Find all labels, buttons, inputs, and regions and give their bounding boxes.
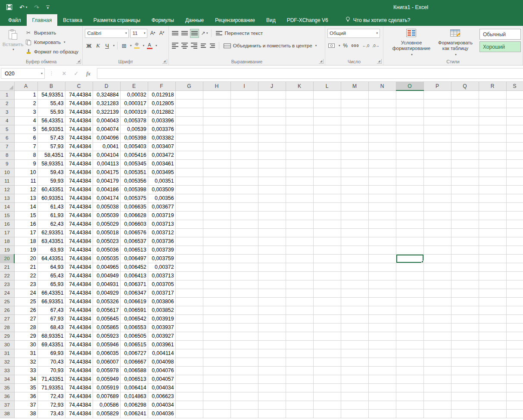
wrap-text-button[interactable]: Перенести текст <box>214 28 265 38</box>
cell-J19[interactable] <box>258 246 286 254</box>
cell-F20[interactable]: 0,003759 <box>148 254 175 263</box>
cell-J34[interactable] <box>258 375 286 383</box>
cell-N38[interactable] <box>368 409 396 418</box>
increase-font-size-icon[interactable]: А▴ <box>149 29 156 38</box>
cell-R17[interactable] <box>479 228 506 237</box>
cell-R1[interactable] <box>479 90 506 99</box>
enter-icon[interactable]: ✓ <box>70 70 82 77</box>
cell-R23[interactable] <box>479 280 506 289</box>
cell-F36[interactable]: 0,006623 <box>148 392 175 401</box>
cell-G9[interactable] <box>175 159 203 168</box>
cell-P11[interactable] <box>423 177 451 185</box>
cell-O28[interactable] <box>396 323 423 332</box>
cell-C35[interactable]: 74,44384 <box>65 383 93 392</box>
cell-B12[interactable]: 60,43351 <box>37 185 65 194</box>
align-bottom-icon[interactable] <box>190 29 199 38</box>
cell-P29[interactable] <box>423 332 451 340</box>
cell-B19[interactable]: 63,93 <box>37 246 65 254</box>
cell-G14[interactable] <box>175 202 203 211</box>
cell-E25[interactable]: 0,006619 <box>120 297 148 306</box>
cell-J23[interactable] <box>258 280 286 289</box>
cell-L9[interactable] <box>313 159 341 168</box>
cell-N34[interactable] <box>368 375 396 383</box>
row-header-27[interactable]: 27 <box>0 314 14 323</box>
cell-C16[interactable]: 74,44384 <box>65 220 93 228</box>
cell-Q34[interactable] <box>451 375 479 383</box>
cell-S26[interactable] <box>506 306 523 314</box>
cell-J16[interactable] <box>258 220 286 228</box>
column-header-J[interactable]: J <box>258 82 286 90</box>
cell-Q22[interactable] <box>451 271 479 280</box>
align-left-icon[interactable] <box>171 41 179 50</box>
cell-A17[interactable]: 17 <box>14 228 37 237</box>
cell-N35[interactable] <box>368 383 396 392</box>
cell-B1[interactable]: 54,93351 <box>37 90 65 99</box>
cell-E33[interactable]: 0,006588 <box>120 366 148 375</box>
cell-S5[interactable] <box>506 125 523 134</box>
cell-B28[interactable]: 68,43 <box>37 323 65 332</box>
cell-M2[interactable] <box>341 99 368 108</box>
cell-B7[interactable]: 57,93 <box>37 142 65 151</box>
cell-N33[interactable] <box>368 366 396 375</box>
cell-J3[interactable] <box>258 108 286 116</box>
cell-N7[interactable] <box>368 142 396 151</box>
cell-I35[interactable] <box>230 383 258 392</box>
cell-S33[interactable] <box>506 366 523 375</box>
row-header-21[interactable]: 21 <box>0 263 14 271</box>
row-header-32[interactable]: 32 <box>0 358 14 366</box>
cell-I28[interactable] <box>230 323 258 332</box>
cell-N12[interactable] <box>368 185 396 194</box>
cell-A31[interactable]: 31 <box>14 349 37 358</box>
cell-H6[interactable] <box>203 134 230 142</box>
cell-A2[interactable]: 2 <box>14 99 37 108</box>
cell-J9[interactable] <box>258 159 286 168</box>
cell-M26[interactable] <box>341 306 368 314</box>
cell-K13[interactable] <box>286 194 313 202</box>
cell-D31[interactable]: 0,006035 <box>93 349 120 358</box>
cell-N27[interactable] <box>368 314 396 323</box>
cell-K32[interactable] <box>286 358 313 366</box>
cell-B20[interactable]: 64,43351 <box>37 254 65 263</box>
cell-L31[interactable] <box>313 349 341 358</box>
cell-L5[interactable] <box>313 125 341 134</box>
copy-button[interactable]: Копировать ▾ <box>24 37 80 47</box>
cell-H35[interactable] <box>203 383 230 392</box>
cell-F38[interactable]: 0,004036 <box>148 409 175 418</box>
cell-J13[interactable] <box>258 194 286 202</box>
cell-G36[interactable] <box>175 392 203 401</box>
cell-O11[interactable] <box>396 177 423 185</box>
cell-I2[interactable] <box>230 99 258 108</box>
cell-N20[interactable] <box>368 254 396 263</box>
cell-G7[interactable] <box>175 142 203 151</box>
cell-R12[interactable] <box>479 185 506 194</box>
cell-M25[interactable] <box>341 297 368 306</box>
cell-E29[interactable]: 0,006505 <box>120 332 148 340</box>
cell-A30[interactable]: 30 <box>14 340 37 349</box>
cell-F21[interactable]: 0,00372 <box>148 263 175 271</box>
cell-J26[interactable] <box>258 306 286 314</box>
qat-customize-icon[interactable]: ▾ <box>46 6 50 9</box>
cell-P32[interactable] <box>423 358 451 366</box>
cell-P26[interactable] <box>423 306 451 314</box>
cell-Q18[interactable] <box>451 237 479 246</box>
cell-N36[interactable] <box>368 392 396 401</box>
cell-D37[interactable]: 0,00586 <box>93 401 120 409</box>
cell-D1[interactable]: 0,324884 <box>93 90 120 99</box>
cell-L3[interactable] <box>313 108 341 116</box>
cell-N4[interactable] <box>368 116 396 125</box>
cell-C3[interactable]: 74,44384 <box>65 108 93 116</box>
cell-S35[interactable] <box>506 383 523 392</box>
cell-Q12[interactable] <box>451 185 479 194</box>
cell-I7[interactable] <box>230 142 258 151</box>
cell-D3[interactable]: 0,322139 <box>93 108 120 116</box>
cell-Q23[interactable] <box>451 280 479 289</box>
cell-M4[interactable] <box>341 116 368 125</box>
cell-E31[interactable]: 0,006727 <box>120 349 148 358</box>
cell-Q10[interactable] <box>451 168 479 177</box>
row-header-25[interactable]: 25 <box>0 297 14 306</box>
cell-H34[interactable] <box>203 375 230 383</box>
column-header-E[interactable]: E <box>120 82 148 90</box>
save-icon[interactable] <box>6 4 12 10</box>
cell-S34[interactable] <box>506 375 523 383</box>
cell-O24[interactable] <box>396 289 423 297</box>
